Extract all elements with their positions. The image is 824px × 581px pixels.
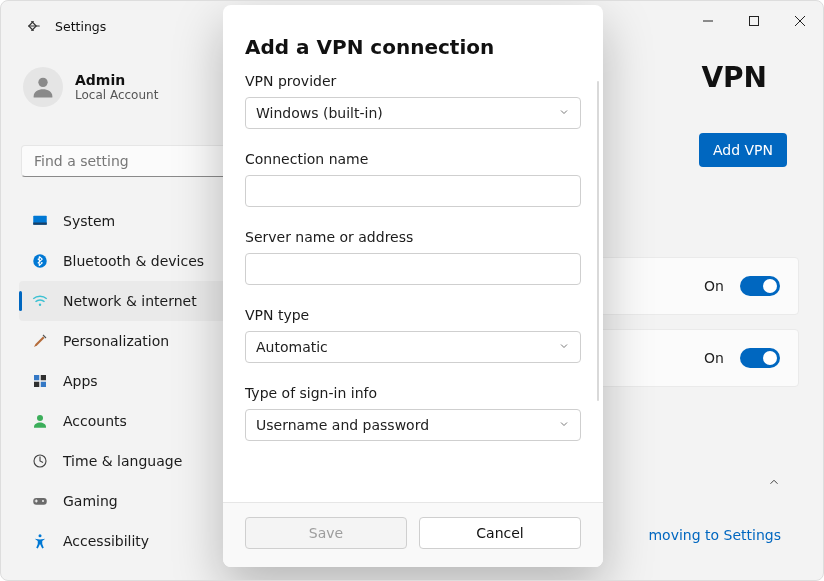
vpn-provider-select[interactable]: Windows (built-in) bbox=[245, 97, 581, 129]
dialog-footer: Save Cancel bbox=[223, 502, 603, 567]
select-value: Username and password bbox=[256, 417, 429, 433]
dialog-body: Add a VPN connection VPN provider Window… bbox=[223, 5, 603, 502]
field-label: VPN provider bbox=[245, 73, 581, 89]
field-connection-name: Connection name bbox=[245, 151, 581, 207]
signin-type-select[interactable]: Username and password bbox=[245, 409, 581, 441]
dialog-title: Add a VPN connection bbox=[245, 35, 581, 59]
field-vpn-type: VPN type Automatic bbox=[245, 307, 581, 363]
select-value: Windows (built-in) bbox=[256, 105, 383, 121]
field-label: Type of sign-in info bbox=[245, 385, 581, 401]
chevron-down-icon bbox=[558, 339, 570, 355]
server-input[interactable] bbox=[245, 253, 581, 285]
chevron-down-icon bbox=[558, 417, 570, 433]
connection-name-input[interactable] bbox=[245, 175, 581, 207]
field-label: VPN type bbox=[245, 307, 581, 323]
scroll-indicator[interactable] bbox=[597, 81, 599, 401]
select-value: Automatic bbox=[256, 339, 328, 355]
vpn-type-select[interactable]: Automatic bbox=[245, 331, 581, 363]
field-server: Server name or address bbox=[245, 229, 581, 285]
settings-window: Settings Admin Local Account System Blue… bbox=[0, 0, 824, 581]
field-label: Server name or address bbox=[245, 229, 581, 245]
field-signin: Type of sign-in info Username and passwo… bbox=[245, 385, 581, 441]
chevron-down-icon bbox=[558, 105, 570, 121]
cancel-button[interactable]: Cancel bbox=[419, 517, 581, 549]
save-button[interactable]: Save bbox=[245, 517, 407, 549]
field-label: Connection name bbox=[245, 151, 581, 167]
add-vpn-dialog: Add a VPN connection VPN provider Window… bbox=[223, 5, 603, 567]
field-vpn-provider: VPN provider Windows (built-in) bbox=[245, 73, 581, 129]
